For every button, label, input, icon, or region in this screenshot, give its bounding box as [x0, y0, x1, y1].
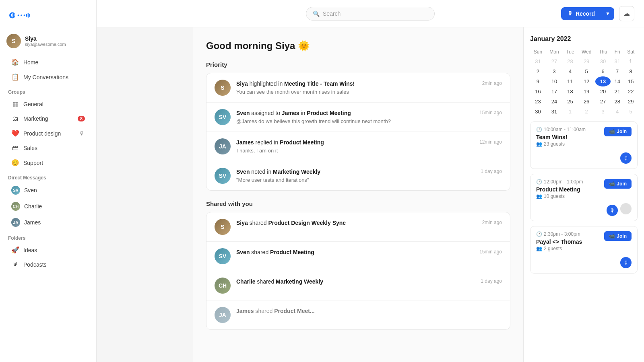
calendar-day[interactable]: 29 — [578, 56, 595, 66]
calendar-day[interactable]: 28 — [611, 97, 624, 107]
calendar-day[interactable]: 28 — [563, 56, 578, 66]
calendar-day[interactable]: 14 — [611, 76, 624, 86]
calendar-day[interactable]: 29 — [624, 97, 638, 107]
calendar-day[interactable]: 3 — [546, 66, 563, 76]
calendar-day[interactable]: 10 — [546, 76, 563, 86]
shared-item-1[interactable]: S Siya shared Product Design Weekly Sync… — [206, 212, 510, 242]
calendar-day[interactable]: 20 — [595, 86, 611, 97]
calendar-day[interactable]: 19 — [578, 86, 595, 97]
calendar-day[interactable]: 25 — [563, 97, 578, 107]
calendar-day[interactable]: 13 — [595, 76, 611, 86]
sidebar-item-charlie[interactable]: CH Charlie — [3, 199, 93, 214]
calendar-day[interactable]: 18 — [563, 86, 578, 97]
shared-item-4[interactable]: JA James shared Product Meet... — [206, 300, 510, 329]
sidebar-item-my-conversations[interactable]: 📋 My Conversations — [3, 70, 93, 84]
priority-item-3[interactable]: JA James replied in Product Meeting Than… — [206, 132, 510, 161]
sidebar-item-podcasts[interactable]: 🎙 Podcasts — [3, 258, 93, 272]
avatar: CH — [11, 202, 20, 211]
calendar-day[interactable]: 11 — [563, 76, 578, 86]
sidebar-item-label: Sales — [23, 145, 37, 151]
join-button-1[interactable]: 📹 Join — [604, 127, 632, 136]
record-button[interactable]: 🎙 Record — [561, 7, 601, 20]
user-email: siya@awesome.com — [25, 42, 66, 47]
calendar-day[interactable]: 16 — [530, 86, 546, 97]
calendar-day[interactable]: 17 — [546, 86, 563, 97]
priority-item-1[interactable]: S Siya highlighted in Meeting Title - Te… — [206, 73, 510, 103]
search-bar[interactable]: 🔍 Search — [306, 7, 435, 21]
calendar-day[interactable]: 6 — [595, 66, 611, 76]
user-profile[interactable]: S Siya siya@awesome.com — [0, 31, 96, 55]
calendar-day[interactable]: 23 — [530, 97, 546, 107]
calendar-day[interactable]: 26 — [578, 97, 595, 107]
calendar-day[interactable]: 31 — [530, 56, 546, 66]
calendar-day[interactable]: 7 — [611, 66, 624, 76]
sidebar-item-james[interactable]: JA James — [3, 215, 93, 230]
podcasts-icon: 🎙 — [11, 261, 19, 268]
shared-item-3[interactable]: CH Charlie shared Marketing Weekly 1 day… — [206, 271, 510, 300]
target: Product Meet... — [274, 308, 314, 314]
shared-item-2[interactable]: SV Sven shared Product Meeting 15min ago — [206, 242, 510, 271]
activity-time: 12min ago — [479, 138, 502, 145]
record-dropdown-button[interactable]: ▼ — [601, 7, 614, 20]
sidebar-item-label: Charlie — [24, 203, 42, 210]
avatar: SV — [215, 248, 231, 264]
upload-button[interactable]: ☁ — [619, 6, 634, 21]
calendar-day[interactable]: 27 — [546, 56, 563, 66]
guests-icon: 👥 — [536, 193, 542, 199]
sidebar-item-label: Product design — [23, 130, 61, 137]
general-icon: ▦ — [11, 100, 19, 108]
activity-time: 1 day ago — [481, 168, 502, 174]
calendar-day[interactable]: 21 — [611, 86, 624, 97]
cal-day-sun: Sun — [530, 47, 546, 56]
calendar-day[interactable]: 22 — [624, 86, 638, 97]
avatar: S — [215, 219, 231, 235]
topbar-right: 🎙 Record ▼ ☁ — [561, 6, 634, 21]
activity-text: Sven assigned to James in Product Meetin… — [236, 109, 469, 117]
event-time: 🕐 10:00am - 11:00am — [536, 127, 586, 132]
sidebar-item-sven[interactable]: SV Sven — [3, 183, 93, 198]
calendar-day[interactable]: 27 — [595, 97, 611, 107]
join-button-2[interactable]: 📹 Join — [604, 179, 632, 189]
activity-time: 15min ago — [479, 248, 502, 255]
calendar-day[interactable]: 31 — [546, 107, 563, 117]
sidebar-item-label: Support — [23, 160, 43, 166]
calendar-day[interactable]: 5 — [624, 107, 638, 117]
calendar-day[interactable]: 31 — [611, 56, 624, 66]
svg-rect-7 — [26, 14, 27, 17]
sidebar-item-home[interactable]: 🏠 Home — [3, 55, 93, 69]
mic-icon: 🎙 — [79, 130, 85, 137]
calendar-day[interactable]: 8 — [624, 66, 638, 76]
sidebar-item-sales[interactable]: 🗃 Sales — [3, 141, 93, 155]
sidebar-item-marketing[interactable]: 🗂 Marketing 8 — [3, 112, 93, 125]
join-button-3[interactable]: 📹 Join — [604, 231, 632, 241]
event-guests: 👥 10 guests — [536, 193, 583, 199]
calendar-day[interactable]: 24 — [546, 97, 563, 107]
placeholder-avatar — [620, 203, 632, 214]
guests-icon: 👥 — [536, 141, 542, 147]
calendar-day[interactable]: 2 — [578, 107, 595, 117]
sidebar-item-general[interactable]: ▦ General — [3, 97, 93, 111]
priority-item-4[interactable]: SV Sven noted in Marketing Weekly "More … — [206, 161, 510, 190]
record-button-group: 🎙 Record ▼ — [561, 7, 614, 20]
event-time: 🕐 12:00pm - 1:00pm — [536, 179, 583, 185]
sidebar-item-product-design[interactable]: ❤️ Product design 🎙 — [3, 126, 93, 140]
calendar-day[interactable]: 1 — [624, 56, 638, 66]
sidebar-item-support[interactable]: 😊 Support — [3, 156, 93, 170]
calendar-day[interactable]: 30 — [530, 107, 546, 117]
support-icon: 😊 — [11, 159, 19, 167]
calendar-day[interactable]: 9 — [530, 76, 546, 86]
avatar: SV — [215, 168, 231, 184]
priority-item-2[interactable]: SV Sven assigned to James in Product Mee… — [206, 103, 510, 132]
avatar: JA — [11, 218, 20, 227]
calendar-day[interactable]: 3 — [595, 107, 611, 117]
calendar-day[interactable]: 2 — [530, 66, 546, 76]
calendar-day[interactable]: 4 — [611, 107, 624, 117]
calendar-day[interactable]: 12 — [578, 76, 595, 86]
calendar-day[interactable]: 30 — [595, 56, 611, 66]
calendar-day[interactable]: 5 — [578, 66, 595, 76]
calendar-day[interactable]: 4 — [563, 66, 578, 76]
calendar-day[interactable]: 15 — [624, 76, 638, 86]
sidebar-item-ideas[interactable]: 🚀 Ideas — [3, 243, 93, 257]
clock-icon: 🕐 — [536, 179, 542, 185]
calendar-day[interactable]: 1 — [563, 107, 578, 117]
